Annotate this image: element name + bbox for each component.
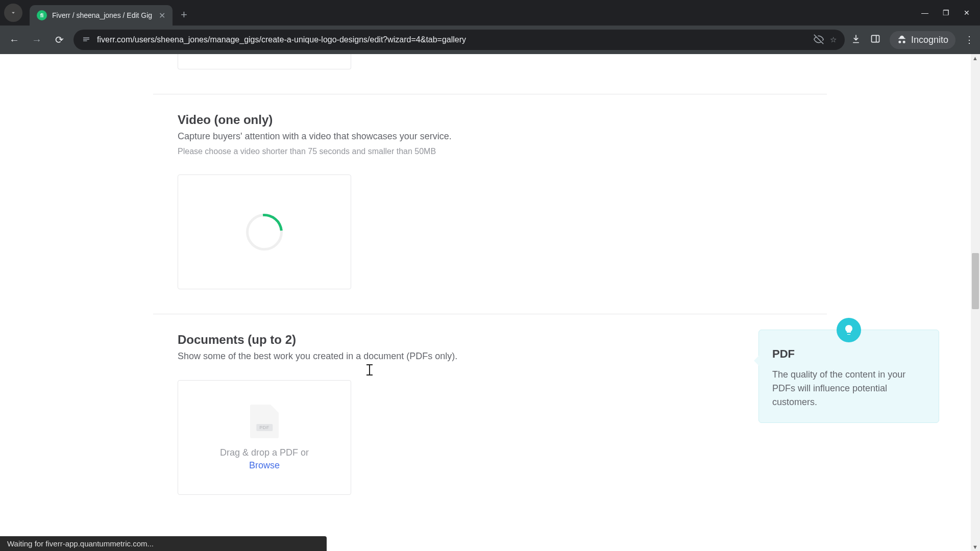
pdf-upload-box[interactable]: PDF Drag & drop a PDF or Browse bbox=[178, 380, 351, 495]
browser-titlebar: fi Fiverr / sheena_jones / Edit Gig ✕ + … bbox=[0, 0, 980, 26]
browse-link[interactable]: Browse bbox=[249, 460, 280, 471]
chevron-down-icon bbox=[10, 9, 17, 16]
pdf-file-icon: PDF bbox=[250, 405, 279, 438]
incognito-badge[interactable]: Incognito bbox=[890, 31, 955, 49]
status-bar: Waiting for fiverr-app.quantummetric.com… bbox=[0, 536, 327, 551]
lightbulb-icon bbox=[843, 324, 855, 336]
tip-badge bbox=[837, 318, 861, 342]
documents-section: Documents (up to 2) Show some of the bes… bbox=[153, 314, 827, 519]
video-upload-box[interactable] bbox=[178, 174, 351, 289]
window-controls: — ❐ ✕ bbox=[921, 9, 976, 17]
video-section: Video (one only) Capture buyers' attenti… bbox=[153, 94, 827, 314]
bookmark-icon[interactable]: ☆ bbox=[830, 35, 837, 44]
maximize-button[interactable]: ❐ bbox=[943, 9, 949, 17]
new-tab-button[interactable]: + bbox=[181, 8, 187, 21]
documents-section-subtitle: Show some of the best work you created i… bbox=[178, 351, 827, 362]
incognito-label: Incognito bbox=[911, 35, 948, 45]
close-window-button[interactable]: ✕ bbox=[964, 9, 970, 17]
reload-button[interactable]: ⟳ bbox=[51, 34, 67, 46]
status-text: Waiting for fiverr-app.quantummetric.com… bbox=[7, 539, 154, 548]
tab-search-button[interactable] bbox=[4, 4, 22, 22]
scroll-down-arrow[interactable]: ▼ bbox=[972, 544, 978, 550]
svg-rect-0 bbox=[871, 35, 879, 42]
back-button[interactable]: ← bbox=[6, 34, 22, 46]
address-bar[interactable]: fiverr.com/users/sheena_jones/manage_gig… bbox=[74, 30, 845, 50]
tab-title: Fiverr / sheena_jones / Edit Gig bbox=[52, 11, 154, 19]
eye-off-icon[interactable] bbox=[814, 34, 824, 46]
drop-instruction: Drag & drop a PDF or bbox=[220, 447, 309, 458]
video-section-note: Please choose a video shorter than 75 se… bbox=[178, 147, 827, 156]
menu-button[interactable]: ⋮ bbox=[965, 34, 974, 45]
text-cursor bbox=[369, 364, 370, 375]
documents-section-title: Documents (up to 2) bbox=[178, 333, 827, 347]
url-text: fiverr.com/users/sheena_jones/manage_gig… bbox=[97, 35, 807, 44]
tip-title: PDF bbox=[772, 347, 925, 361]
loading-spinner bbox=[246, 214, 283, 251]
scrollbar-thumb[interactable] bbox=[972, 253, 979, 309]
close-tab-button[interactable]: ✕ bbox=[159, 11, 165, 20]
side-panel-icon[interactable] bbox=[870, 34, 880, 46]
image-upload-box-partial[interactable] bbox=[178, 54, 351, 69]
pdf-tip-card: PDF The quality of the content in your P… bbox=[758, 330, 939, 423]
fiverr-favicon: fi bbox=[37, 10, 47, 20]
downloads-icon[interactable] bbox=[851, 34, 861, 46]
forward-button[interactable]: → bbox=[29, 34, 45, 46]
minimize-button[interactable]: — bbox=[921, 9, 928, 17]
vertical-scrollbar[interactable]: ▲ ▼ bbox=[971, 54, 980, 551]
scroll-up-arrow[interactable]: ▲ bbox=[972, 55, 978, 61]
incognito-icon bbox=[897, 35, 907, 45]
video-section-subtitle: Capture buyers' attention with a video t… bbox=[178, 131, 827, 142]
tip-text: The quality of the content in your PDFs … bbox=[772, 368, 925, 409]
browser-toolbar: ← → ⟳ fiverr.com/users/sheena_jones/mana… bbox=[0, 26, 980, 54]
page-viewport: ▲ ▼ Video (one only) Capture buyers' att… bbox=[0, 54, 980, 551]
video-section-title: Video (one only) bbox=[178, 113, 827, 127]
browser-tab[interactable]: fi Fiverr / sheena_jones / Edit Gig ✕ bbox=[30, 5, 173, 26]
site-settings-icon[interactable] bbox=[82, 35, 91, 45]
